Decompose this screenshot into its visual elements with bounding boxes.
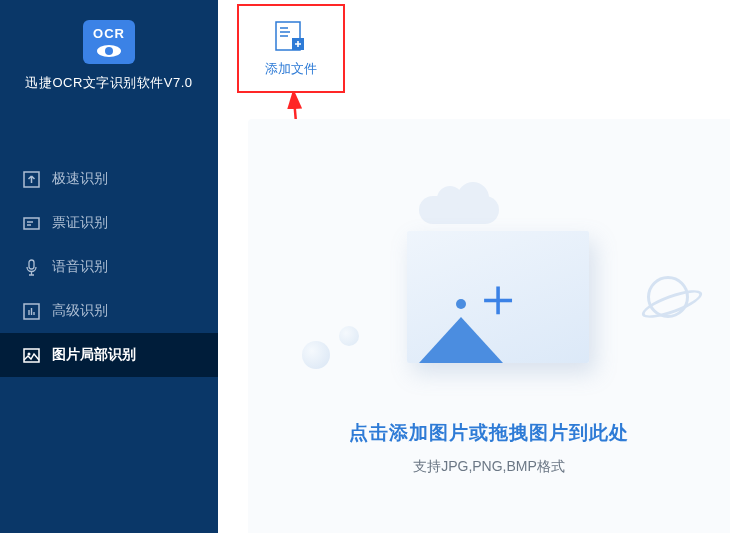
nav-label: 票证识别	[52, 214, 108, 232]
microphone-icon	[22, 258, 40, 276]
sidebar-item-advanced-recognition[interactable]: 高级识别	[0, 289, 218, 333]
advanced-icon	[22, 302, 40, 320]
plus-icon: ＋	[471, 270, 525, 324]
svg-point-1	[105, 47, 113, 55]
add-file-button[interactable]: 添加文件	[237, 4, 345, 93]
drop-zone[interactable]: ＋ 点击添加图片或拖拽图片到此处 支持JPG,PNG,BMP格式	[248, 119, 730, 533]
ticket-icon	[22, 214, 40, 232]
planet-icon	[647, 276, 689, 318]
sidebar-item-partial-image-recognition[interactable]: 图片局部识别	[0, 333, 218, 377]
sphere-icon	[302, 341, 330, 369]
cloud-icon	[419, 196, 499, 224]
image-icon	[22, 346, 40, 364]
nav-label: 极速识别	[52, 170, 108, 188]
upload-icon	[22, 170, 40, 188]
add-file-label: 添加文件	[265, 60, 317, 78]
eye-icon	[93, 44, 125, 58]
logo-section: OCR 迅捷OCR文字识别软件V7.0	[0, 0, 218, 157]
dropzone-illustration: ＋	[299, 176, 679, 396]
add-file-icon	[274, 20, 308, 52]
placeholder-card: ＋	[407, 231, 589, 363]
mountain-icon	[419, 317, 503, 363]
nav-label: 语音识别	[52, 258, 108, 276]
dropzone-subtitle: 支持JPG,PNG,BMP格式	[413, 458, 565, 476]
sphere-icon	[339, 326, 359, 346]
sidebar-item-ticket-recognition[interactable]: 票证识别	[0, 201, 218, 245]
app-logo: OCR	[83, 20, 135, 64]
svg-rect-6	[24, 349, 39, 362]
app-title: 迅捷OCR文字识别软件V7.0	[0, 74, 218, 92]
svg-rect-4	[29, 260, 34, 269]
sidebar-item-voice-recognition[interactable]: 语音识别	[0, 245, 218, 289]
dropzone-title: 点击添加图片或拖拽图片到此处	[349, 420, 629, 446]
nav-label: 高级识别	[52, 302, 108, 320]
logo-text: OCR	[93, 26, 125, 41]
nav-label: 图片局部识别	[52, 346, 136, 364]
svg-rect-3	[24, 218, 39, 229]
main-area: 添加文件 ＋ 点击添加图片或拖拽图片到此处 支持JPG,PNG,BMP格式	[218, 0, 730, 533]
sidebar-item-fast-recognition[interactable]: 极速识别	[0, 157, 218, 201]
sidebar: OCR 迅捷OCR文字识别软件V7.0 极速识别 票证识别 语音识别 高级识别	[0, 0, 218, 533]
svg-point-7	[27, 352, 30, 355]
